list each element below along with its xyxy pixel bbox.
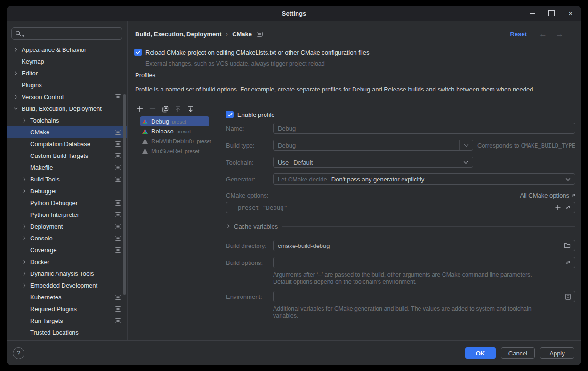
chevron-right-icon[interactable] [22,117,30,124]
chevron-right-icon[interactable] [13,46,22,54]
sidebar-item-plugins[interactable]: Plugins [7,79,127,91]
build-options-label: Build options: [226,259,273,266]
toolchain-value-primary: Use [278,159,289,166]
footer-buttons: OK Cancel Apply [465,347,574,359]
profile-item-minsizerel[interactable]: MinSizeRelpreset [140,146,209,156]
ok-button[interactable]: OK [465,347,496,359]
apply-button[interactable]: Apply [540,347,574,359]
chevron-down-icon [565,178,571,181]
sidebar-item-required-plugins[interactable]: Required Plugins [7,303,127,315]
name-field[interactable]: Debug [273,123,575,134]
chevron-right-icon[interactable] [22,223,30,231]
project-level-icon [115,200,121,206]
environment-field[interactable] [273,291,575,302]
profiles-panels: DebugpresetReleasepresetRelWithDebInfopr… [128,100,581,340]
sidebar-item-version-control[interactable]: Version Control [7,91,127,103]
chevron-right-icon[interactable] [22,188,30,195]
sidebar-item-cmake[interactable]: CMake [7,126,127,138]
move-down-profile-button[interactable] [187,105,194,113]
expand-field-icon[interactable] [565,260,571,265]
cancel-button[interactable]: Cancel [501,347,535,359]
toolchain-select[interactable]: Use Default [273,157,473,168]
back-arrow-icon[interactable]: ← [539,30,547,38]
sidebar-scrollbar[interactable] [123,94,126,295]
move-up-profile-button[interactable] [174,105,182,113]
maximize-button[interactable] [548,10,555,17]
sidebar-item-label: Keymap [22,58,44,65]
chevron-right-icon[interactable] [13,70,22,77]
build-options-field[interactable] [273,257,575,268]
cache-variables-section[interactable]: Cache variables [226,223,575,230]
cmake-options-field[interactable]: --preset "Debug" [226,202,575,213]
sidebar-item-trusted-locations[interactable]: Trusted Locations [7,327,127,338]
window-controls: × [529,6,574,21]
build-type-select[interactable]: Debug [273,140,473,151]
forward-arrow-icon[interactable]: → [556,30,564,38]
chevron-spacer [22,294,30,301]
chevron-right-icon[interactable] [22,235,30,242]
help-button[interactable]: ? [13,347,24,359]
sidebar-item-label: Python Debugger [30,199,78,206]
build-directory-field[interactable]: cmake-build-debug [273,240,575,251]
sidebar-item-keymap[interactable]: Keymap [7,56,127,67]
sidebar-item-editor[interactable]: Editor [7,67,127,79]
sidebar-item-makefile[interactable]: Makefile [7,162,127,173]
profile-item-debug[interactable]: Debugpreset [140,116,209,126]
search-input[interactable] [27,30,119,38]
cmake-profile-icon [142,128,148,134]
project-level-icon [115,247,121,253]
sidebar-item-docker[interactable]: Docker [7,256,127,268]
sidebar-item-dynamic-analysis-tools[interactable]: Dynamic Analysis Tools [7,268,127,280]
chevron-spacer [22,164,30,172]
profile-item-release[interactable]: Releasepreset [140,126,209,136]
add-option-icon[interactable] [555,205,561,210]
search-box[interactable] [11,27,122,40]
minimize-button[interactable] [529,10,535,17]
enable-profile-checkbox[interactable] [226,111,234,118]
close-button[interactable]: × [567,10,574,17]
chevron-right-icon[interactable] [22,176,30,183]
profiles-section-header: Profiles [135,72,575,79]
sidebar-item-build-tools[interactable]: Build Tools [7,173,127,185]
sidebar-item-label: Python Interpreter [30,211,79,218]
all-cmake-options-link[interactable]: All CMake options [520,192,575,199]
sidebar-item-kubernetes[interactable]: Kubernetes [7,291,127,303]
folder-icon[interactable] [564,243,571,248]
sidebar-item-build-execution-deployment[interactable]: Build, Execution, Deployment [7,103,127,115]
sidebar-item-compilation-database[interactable]: Compilation Database [7,138,127,150]
reset-link[interactable]: Reset [510,31,527,38]
breadcrumb-segment[interactable]: Build, Execution, Deployment [135,31,221,38]
project-level-icon [115,94,121,99]
environment-variables-icon[interactable] [565,294,571,300]
chevron-right-icon[interactable] [13,93,22,101]
sidebar-item-label: Toolchains [30,117,59,124]
sidebar-item-deployment[interactable]: Deployment [7,221,127,232]
chevron-right-icon[interactable] [22,282,30,289]
settings-sidebar: Appearance & BehaviorKeymapEditorPlugins… [7,21,128,340]
remove-profile-button[interactable] [149,105,156,113]
chevron-right-icon[interactable] [22,258,30,266]
sidebar-item-custom-build-targets[interactable]: Custom Build Targets [7,150,127,162]
sidebar-item-python-debugger[interactable]: Python Debugger [7,197,127,209]
chevron-right-icon [226,224,231,229]
sidebar-item-embedded-development[interactable]: Embedded Development [7,280,127,291]
chevron-right-icon[interactable] [22,270,30,278]
sidebar-item-debugger[interactable]: Debugger [7,185,127,197]
reload-cmake-checkbox[interactable] [134,49,142,56]
generator-select[interactable]: Let CMake decide Don't pass any generato… [273,173,575,185]
copy-profile-button[interactable] [161,105,169,113]
sidebar-item-label: Version Control [22,93,64,100]
chevron-down-icon[interactable] [13,105,22,113]
sidebar-item-coverage[interactable]: Coverage [7,244,127,256]
build-type-value: Debug [278,142,296,149]
sidebar-item-console[interactable]: Console [7,232,127,244]
toolchain-value-secondary: Default [293,159,313,166]
sidebar-item-toolchains[interactable]: Toolchains [7,115,127,126]
profile-item-relwithdebinfo[interactable]: RelWithDebInfopreset [140,136,209,146]
sidebar-item-run-targets[interactable]: Run Targets [7,315,127,327]
sidebar-item-appearance-behavior[interactable]: Appearance & Behavior [7,44,127,56]
expand-field-icon[interactable] [565,205,571,210]
add-profile-button[interactable] [136,105,144,113]
sidebar-item-python-interpreter[interactable]: Python Interpreter [7,209,127,221]
project-level-icon [115,165,121,170]
